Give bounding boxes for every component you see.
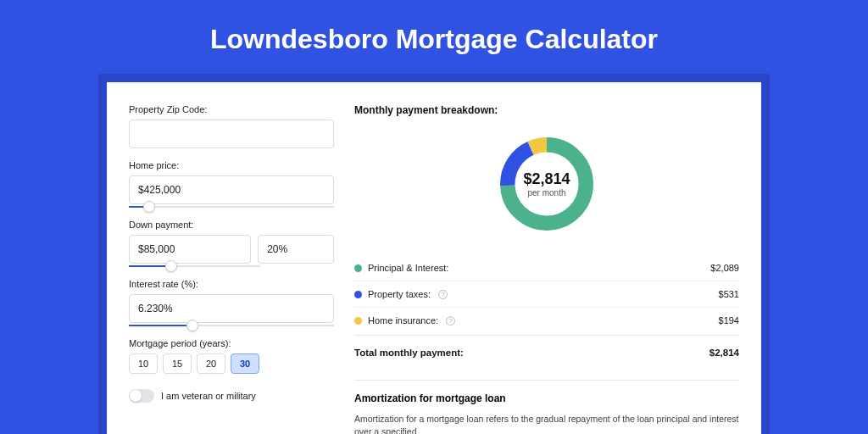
donut-chart-container: $2,814 per month — [354, 125, 739, 243]
legend-label: Principal & Interest: — [368, 263, 448, 273]
zip-input[interactable] — [129, 120, 334, 148]
period-button-20[interactable]: 20 — [197, 353, 225, 374]
legend-list: Principal & Interest:$2,089Property taxe… — [354, 255, 739, 333]
legend-dot-icon — [354, 317, 362, 325]
amortization-block: Amortization for mortgage loan Amortizat… — [354, 380, 739, 434]
interest-rate-slider[interactable] — [129, 325, 334, 326]
veteran-toggle-row: I am veteran or military — [129, 389, 334, 403]
amortization-title: Amortization for mortgage loan — [354, 392, 739, 404]
info-icon[interactable]: ? — [438, 290, 448, 299]
divider — [354, 335, 739, 336]
veteran-toggle-knob — [130, 390, 142, 402]
veteran-toggle[interactable] — [129, 389, 154, 403]
home-price-slider[interactable] — [129, 206, 334, 208]
home-price-input[interactable] — [129, 175, 334, 204]
legend-label: Property taxes: — [368, 289, 431, 299]
legend-row: Home insurance:?$194 — [354, 308, 739, 333]
calculator-card-wrap: Property Zip Code: Home price: Down paym… — [98, 74, 770, 434]
legend-value: $531 — [719, 289, 739, 299]
legend-left: Principal & Interest: — [354, 263, 448, 273]
interest-rate-slider-thumb[interactable] — [186, 320, 198, 331]
breakdown-title: Monthly payment breakdown: — [354, 104, 739, 116]
down-payment-block: Down payment: — [129, 220, 334, 267]
home-price-label: Home price: — [129, 160, 334, 170]
legend-label: Home insurance: — [368, 315, 438, 326]
donut-center-sub: per month — [527, 188, 565, 198]
legend-value: $194 — [719, 315, 739, 326]
interest-rate-label: Interest rate (%): — [129, 279, 334, 289]
home-price-slider-thumb[interactable] — [143, 201, 155, 213]
page-title: Lowndesboro Mortgage Calculator — [0, 0, 868, 74]
legend-dot-icon — [354, 264, 362, 272]
info-icon[interactable]: ? — [446, 316, 455, 326]
home-price-block: Home price: — [129, 160, 334, 208]
zip-field-block: Property Zip Code: — [129, 104, 334, 148]
legend-value: $2,089 — [710, 263, 739, 273]
calculator-card: Property Zip Code: Home price: Down paym… — [107, 82, 761, 434]
legend-row: Principal & Interest:$2,089 — [354, 255, 739, 281]
total-row: Total monthly payment: $2,814 — [354, 339, 739, 370]
amortization-text: Amortization for a mortgage loan refers … — [354, 413, 739, 434]
total-value: $2,814 — [709, 348, 739, 358]
mortgage-period-block: Mortgage period (years): 10152030 — [129, 338, 334, 374]
period-button-10[interactable]: 10 — [129, 353, 158, 374]
interest-rate-input[interactable] — [129, 294, 334, 323]
donut-center: $2,814 per month — [495, 132, 598, 236]
down-payment-label: Down payment: — [129, 220, 334, 230]
down-payment-slider-thumb[interactable] — [165, 260, 177, 272]
interest-rate-block: Interest rate (%): — [129, 279, 334, 326]
zip-label: Property Zip Code: — [129, 104, 334, 114]
period-button-30[interactable]: 30 — [231, 353, 259, 374]
veteran-toggle-label: I am veteran or military — [161, 391, 256, 401]
mortgage-period-label: Mortgage period (years): — [129, 338, 334, 348]
inputs-column: Property Zip Code: Home price: Down paym… — [129, 104, 334, 434]
breakdown-column: Monthly payment breakdown: $2,814 per mo… — [354, 104, 739, 434]
legend-left: Property taxes:? — [354, 289, 448, 299]
down-payment-amount-input[interactable] — [129, 235, 251, 264]
down-payment-slider[interactable] — [129, 265, 260, 267]
total-label: Total monthly payment: — [354, 348, 464, 358]
legend-left: Home insurance:? — [354, 315, 455, 326]
donut-chart: $2,814 per month — [495, 132, 598, 236]
period-button-15[interactable]: 15 — [163, 353, 192, 374]
mortgage-period-buttons: 10152030 — [129, 353, 334, 374]
down-payment-pct-input[interactable] — [258, 235, 334, 264]
donut-center-value: $2,814 — [523, 170, 570, 188]
legend-row: Property taxes:?$531 — [354, 281, 739, 308]
legend-dot-icon — [354, 291, 362, 298]
